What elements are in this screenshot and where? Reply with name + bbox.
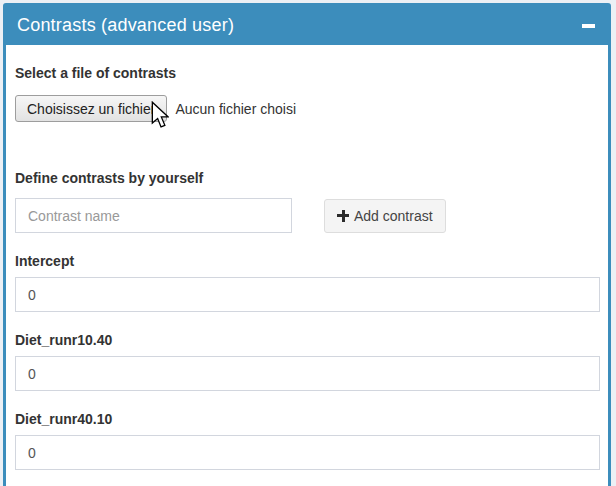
choose-file-button[interactable]: Choisissez un fichier (15, 95, 167, 122)
minus-icon (582, 24, 595, 28)
panel-header: Contrasts (advanced user) (6, 6, 608, 45)
contrasts-panel: Contrasts (advanced user) Select a file … (3, 3, 611, 486)
file-status-text: Aucun fichier choisi (175, 101, 296, 117)
contrast-field-label-diet-runr40-10: Diet_runr40.10 (15, 411, 600, 427)
plus-icon (337, 210, 349, 222)
contrast-name-input[interactable] (15, 198, 292, 233)
collapse-button[interactable] (577, 15, 599, 37)
panel-title: Contrasts (advanced user) (17, 15, 234, 36)
add-contrast-button[interactable]: Add contrast (324, 199, 446, 233)
diet-runr40-10-input[interactable] (15, 435, 600, 470)
contrast-name-row: Add contrast (15, 198, 600, 233)
panel-body: Select a file of contrasts Choisissez un… (6, 45, 608, 480)
diet-runr10-40-input[interactable] (15, 356, 600, 391)
define-section-label: Define contrasts by yourself (15, 170, 600, 186)
file-input: Choisissez un fichier Aucun fichier choi… (15, 95, 600, 122)
contrast-field-label-diet-runr10-40: Diet_runr10.40 (15, 332, 600, 348)
intercept-input[interactable] (15, 277, 600, 312)
add-contrast-label: Add contrast (354, 208, 433, 224)
contrast-field-label-intercept: Intercept (15, 253, 600, 269)
file-section-label: Select a file of contrasts (15, 65, 600, 81)
